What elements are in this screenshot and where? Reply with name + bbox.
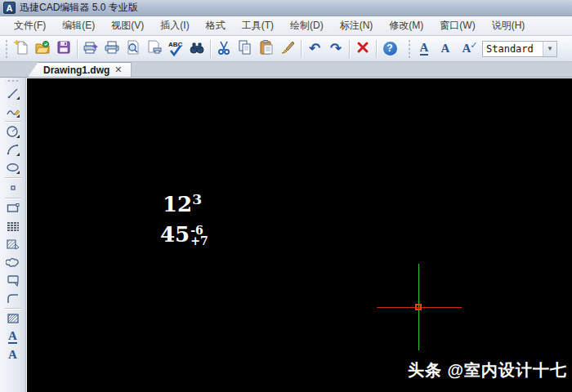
menu-window[interactable]: 窗口(W): [432, 16, 482, 35]
cloud-icon: [6, 255, 20, 270]
drawing-canvas[interactable]: 123 45-6+7 头条 @室内设计十七: [26, 78, 572, 392]
stacked-text-tolerance[interactable]: 45-6+7: [160, 224, 208, 247]
toolbar-separator: [77, 40, 78, 58]
text-style-check-mark: ✓: [470, 41, 477, 50]
ellipse-tool[interactable]: [3, 158, 23, 176]
menu-dimension[interactable]: 标注(N): [333, 16, 381, 35]
menu-tools[interactable]: 工具(T): [235, 16, 281, 35]
open-file-button[interactable]: [32, 38, 53, 60]
font-underline-icon: A: [420, 42, 429, 56]
paste-button[interactable]: [256, 38, 277, 60]
multiline-tool[interactable]: [3, 217, 23, 235]
sketch-icon: [6, 104, 20, 118]
menu-insert[interactable]: 插入(I): [153, 16, 196, 35]
text-style-button[interactable]: A✓: [456, 38, 477, 60]
toolbar-grip[interactable]: [407, 40, 411, 58]
region-hatch-icon: [6, 311, 20, 326]
window-title: 迅捷CAD编辑器 5.0 专业版: [20, 1, 138, 15]
menu-draw[interactable]: 绘制(D): [283, 16, 331, 35]
revision-cloud-tool[interactable]: [3, 253, 23, 271]
menu-modify[interactable]: 修改(M): [382, 16, 431, 35]
document-tab-bar: Drawing1.dwg ✕: [0, 62, 572, 78]
tolerance-stack: -6+7: [190, 225, 208, 247]
arc-tool[interactable]: [3, 140, 23, 158]
text-tool[interactable]: A: [3, 327, 23, 345]
hatch-tool[interactable]: [3, 235, 23, 253]
stacked-text-superscript: 3: [192, 191, 202, 207]
print-export-icon: [83, 39, 99, 58]
toolbar: ABC ↶ ↷: [0, 36, 572, 62]
new-file-button[interactable]: [11, 38, 32, 60]
font-icon: A: [441, 42, 450, 55]
stacked-text-exponent[interactable]: 123: [163, 193, 202, 215]
crosshair-pickbox: [415, 304, 422, 310]
menu-help[interactable]: 说明(H): [485, 16, 533, 35]
line-tool[interactable]: [3, 84, 23, 102]
multiline-icon: [6, 219, 20, 234]
rectangle-icon: [6, 201, 20, 216]
text-style-icon: A✓: [463, 42, 471, 55]
tolerance-lower: +7: [190, 236, 208, 247]
toolbar-separator: [376, 40, 377, 58]
chevron-down-icon[interactable]: ▼: [543, 42, 556, 56]
copy-button[interactable]: [235, 38, 256, 60]
fillet-tool[interactable]: [3, 289, 23, 307]
find-button[interactable]: [186, 38, 208, 60]
cut-button[interactable]: [213, 38, 235, 60]
line-icon: [6, 86, 20, 100]
redo-button[interactable]: ↷: [325, 38, 346, 60]
open-folder-icon: [34, 39, 51, 58]
spell-check-button[interactable]: ABC: [165, 38, 186, 60]
text-format-button[interactable]: A: [413, 38, 435, 60]
save-floppy-icon: [56, 39, 72, 58]
point-tool[interactable]: [3, 179, 23, 197]
region-tool[interactable]: [3, 310, 23, 327]
hatch-icon: [6, 237, 20, 252]
text-icon: A: [8, 349, 17, 361]
print-button[interactable]: [101, 38, 123, 60]
stacked-text-base: 12: [163, 192, 192, 216]
point-icon: [6, 180, 20, 195]
page-setup-button[interactable]: [144, 38, 165, 60]
font-button[interactable]: A: [435, 38, 456, 60]
help-button[interactable]: ?: [379, 38, 400, 60]
undo-icon: ↶: [309, 42, 320, 56]
batch-print-button[interactable]: [80, 38, 101, 60]
watermark: 头条 @室内设计十七: [408, 359, 567, 381]
clipboard-icon: [258, 39, 275, 58]
sidebar-separator: [5, 177, 21, 178]
tab-close-icon[interactable]: ✕: [114, 65, 122, 75]
ellipse-icon: [6, 160, 20, 175]
circle-icon: [6, 124, 20, 139]
print-preview-button[interactable]: [123, 38, 144, 60]
delete-button[interactable]: [352, 38, 373, 60]
save-button[interactable]: [53, 38, 74, 60]
rectangle-tool[interactable]: [3, 199, 23, 217]
mtext-tool[interactable]: A: [3, 345, 23, 363]
spell-check-icon: ABC: [168, 41, 184, 57]
fillet-icon: [6, 291, 20, 305]
menu-file[interactable]: 文件(F): [7, 16, 53, 35]
tab-label: Drawing1.dwg: [43, 65, 109, 76]
circle-tool[interactable]: [3, 122, 23, 140]
text-style-combobox[interactable]: Standard ▼: [482, 41, 557, 57]
text-underline-icon: A: [8, 330, 17, 344]
sketch-tool[interactable]: [3, 102, 23, 120]
sidebar-grip[interactable]: [6, 79, 20, 82]
scissors-icon: [216, 39, 232, 58]
undo-button[interactable]: ↶: [304, 38, 325, 60]
help-icon: ?: [383, 42, 397, 56]
toolbar-separator: [349, 40, 350, 58]
callout-tool[interactable]: [3, 271, 23, 289]
redo-icon: ↷: [330, 42, 342, 56]
sidebar-separator: [5, 308, 21, 309]
app-icon: A: [3, 2, 16, 14]
toolbar-grip[interactable]: [4, 40, 8, 58]
main-area: A A 123 45-6+7 头条 @室内设计十七: [0, 78, 572, 392]
menu-format[interactable]: 格式: [199, 16, 233, 35]
menu-edit[interactable]: 编辑(E): [55, 16, 102, 35]
tab-drawing1[interactable]: Drawing1.dwg ✕: [28, 62, 132, 77]
toolbar-separator: [301, 40, 302, 58]
menu-view[interactable]: 视图(V): [104, 16, 151, 35]
format-painter-button[interactable]: [277, 38, 298, 60]
